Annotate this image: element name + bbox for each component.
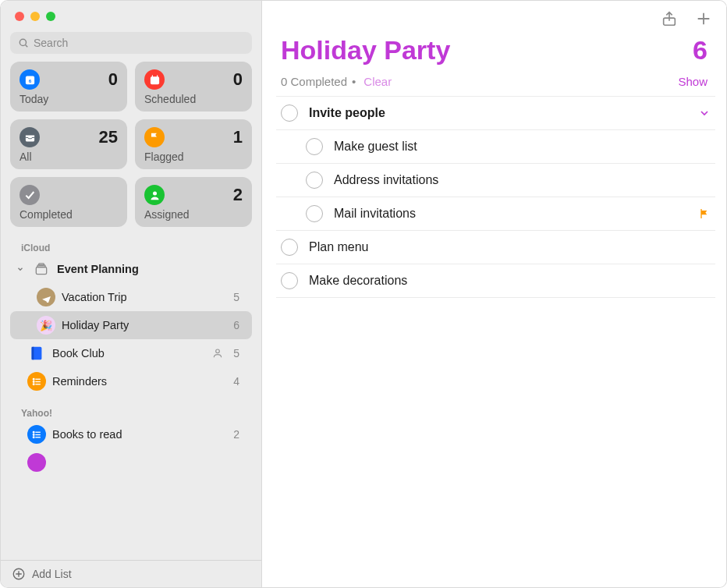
svg-rect-5 xyxy=(150,76,158,84)
svg-point-8 xyxy=(153,191,157,195)
list-title: Holiday Party xyxy=(281,35,693,66)
reminder-title: Address invitations xyxy=(334,173,711,187)
smart-lists: 6 0 Today 0 Scheduled xyxy=(1,62,261,236)
reminder-title: Make decorations xyxy=(309,274,711,288)
smart-list-count: 2 xyxy=(233,185,243,205)
reminder-item[interactable]: Invite people xyxy=(276,97,715,130)
show-completed-button[interactable]: Show xyxy=(678,75,707,88)
list-icon xyxy=(27,425,46,444)
calendar-today-icon: 6 xyxy=(20,69,40,90)
list-count: 2 xyxy=(233,428,239,441)
smart-list-scheduled[interactable]: 0 Scheduled xyxy=(135,62,252,112)
list-label: Books to read xyxy=(52,428,227,441)
complete-toggle[interactable] xyxy=(281,239,298,256)
svg-point-26 xyxy=(33,436,34,437)
list-count: 5 xyxy=(233,347,239,360)
reminder-title: Invite people xyxy=(309,106,687,120)
svg-rect-13 xyxy=(32,347,34,360)
lists-tree: iCloud Event Planning Vacation Trip 5 🎉 xyxy=(1,236,261,560)
book-icon xyxy=(27,344,46,363)
shared-icon xyxy=(211,347,224,360)
complete-toggle[interactable] xyxy=(281,104,298,122)
list-holiday-party[interactable]: 🎉 Holiday Party 6 xyxy=(10,311,252,339)
list-partial-hidden[interactable] xyxy=(10,448,252,476)
list-count: 4 xyxy=(233,375,239,388)
complete-toggle[interactable] xyxy=(306,172,323,189)
svg-point-18 xyxy=(33,378,34,380)
list-vacation-trip[interactable]: Vacation Trip 5 xyxy=(10,283,252,311)
svg-point-14 xyxy=(216,349,220,353)
search-field[interactable] xyxy=(10,32,252,54)
smart-list-completed[interactable]: Completed xyxy=(10,177,127,227)
toolbar xyxy=(262,1,726,32)
smart-list-assigned[interactable]: 2 Assigned xyxy=(135,177,252,227)
group-event-planning[interactable]: Event Planning xyxy=(10,255,252,283)
calendar-icon xyxy=(144,69,165,90)
tray-icon xyxy=(20,127,40,147)
svg-point-0 xyxy=(20,39,26,45)
close-window-button[interactable] xyxy=(15,12,24,21)
svg-point-24 xyxy=(33,431,34,433)
svg-text:6: 6 xyxy=(28,77,31,83)
smart-list-count: 25 xyxy=(99,127,118,147)
reminder-items: Invite people Make guest list Address in… xyxy=(262,97,726,298)
reminder-subitem[interactable]: Mail invitations xyxy=(276,197,715,231)
smart-list-label: Completed xyxy=(20,208,118,221)
party-icon: 🎉 xyxy=(37,316,55,335)
smart-list-all[interactable]: 25 All xyxy=(10,119,127,169)
add-list-button[interactable]: Add List xyxy=(1,560,261,587)
smart-list-count: 1 xyxy=(233,127,243,147)
complete-toggle[interactable] xyxy=(306,138,323,155)
svg-rect-6 xyxy=(151,75,152,77)
reminder-subitem[interactable]: Address invitations xyxy=(276,164,715,197)
zoom-window-button[interactable] xyxy=(46,12,55,21)
checkmark-icon xyxy=(20,185,40,205)
plus-circle-icon xyxy=(12,567,26,581)
list-books-to-read[interactable]: Books to read 2 xyxy=(10,420,252,448)
complete-toggle[interactable] xyxy=(306,205,323,222)
smart-list-count: 0 xyxy=(108,69,118,90)
add-list-label: Add List xyxy=(32,568,72,580)
svg-line-1 xyxy=(26,45,28,48)
complete-toggle[interactable] xyxy=(281,272,298,289)
svg-rect-7 xyxy=(157,75,158,77)
person-icon xyxy=(144,185,165,205)
flag-icon xyxy=(698,207,711,220)
smart-list-label: Scheduled xyxy=(144,93,243,105)
clear-completed-button[interactable]: Clear xyxy=(364,75,392,88)
smart-list-label: Assigned xyxy=(144,208,243,221)
svg-point-25 xyxy=(33,434,34,435)
flag-icon xyxy=(144,127,165,147)
add-reminder-button[interactable] xyxy=(695,10,712,27)
chevron-down-icon[interactable] xyxy=(698,107,711,119)
smart-list-flagged[interactable]: 1 Flagged xyxy=(135,119,252,169)
list-icon xyxy=(27,372,46,391)
list-count: 5 xyxy=(233,291,239,303)
smart-list-label: Today xyxy=(20,93,118,105)
share-button[interactable] xyxy=(661,10,678,27)
chevron-down-icon xyxy=(16,265,26,273)
smart-list-today[interactable]: 6 0 Today xyxy=(10,62,127,112)
svg-point-20 xyxy=(33,383,34,384)
list-icon xyxy=(27,453,46,472)
list-count: 6 xyxy=(233,319,239,331)
completed-count-text: 0 Completed xyxy=(281,75,347,88)
list-total-count: 6 xyxy=(693,35,707,66)
reminder-item[interactable]: Make decorations xyxy=(276,264,715,298)
reminder-item[interactable]: Plan menu xyxy=(276,231,715,264)
list-book-club[interactable]: Book Club 5 xyxy=(10,339,252,367)
app-window: 6 0 Today 0 Scheduled xyxy=(0,0,727,588)
search-input[interactable] xyxy=(34,37,244,49)
search-icon xyxy=(18,37,29,48)
smart-list-count: 0 xyxy=(233,69,243,90)
reminder-subitem[interactable]: Make guest list xyxy=(276,130,715,164)
window-controls xyxy=(1,1,261,27)
list-label: Reminders xyxy=(52,375,227,388)
sidebar: 6 0 Today 0 Scheduled xyxy=(1,1,262,587)
list-reminders[interactable]: Reminders 4 xyxy=(10,367,252,395)
minimize-window-button[interactable] xyxy=(30,12,40,21)
main-panel: Holiday Party 6 0 Completed • Clear Show… xyxy=(262,1,726,587)
plane-icon xyxy=(37,288,55,306)
separator-dot: • xyxy=(352,75,356,88)
list-label: Holiday Party xyxy=(62,319,227,331)
